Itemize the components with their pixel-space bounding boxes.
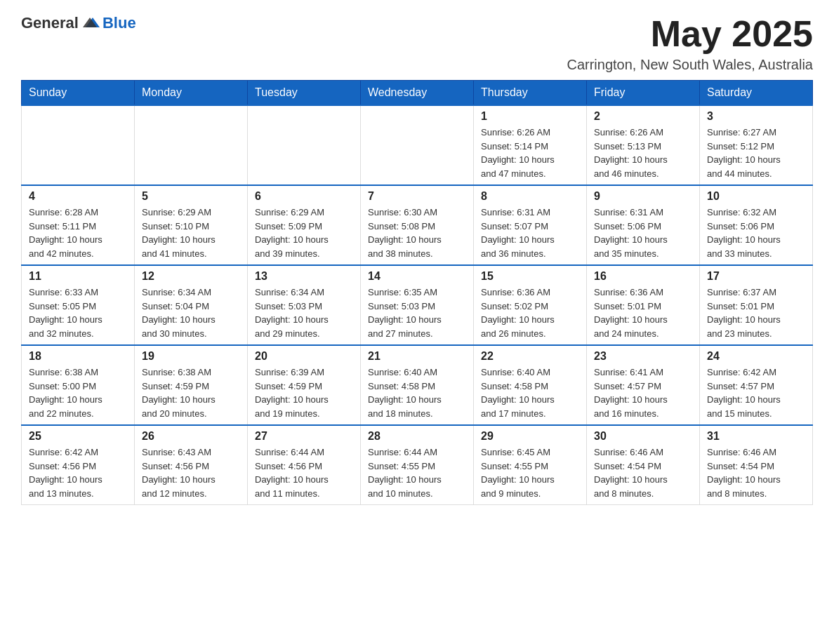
day-info: Sunrise: 6:27 AMSunset: 5:12 PMDaylight:… — [707, 126, 805, 180]
day-number: 10 — [707, 190, 805, 203]
day-cell: 5Sunrise: 6:29 AMSunset: 5:10 PMDaylight… — [135, 185, 248, 265]
day-cell: 28Sunrise: 6:44 AMSunset: 4:55 PMDayligh… — [361, 425, 474, 505]
day-number: 20 — [255, 350, 353, 363]
day-cell: 24Sunrise: 6:42 AMSunset: 4:57 PMDayligh… — [700, 345, 813, 425]
col-header-wednesday: Wednesday — [361, 81, 474, 106]
day-cell: 13Sunrise: 6:34 AMSunset: 5:03 PMDayligh… — [248, 265, 361, 345]
day-number: 4 — [29, 190, 127, 203]
day-cell: 6Sunrise: 6:29 AMSunset: 5:09 PMDaylight… — [248, 185, 361, 265]
day-info: Sunrise: 6:29 AMSunset: 5:09 PMDaylight:… — [255, 206, 353, 260]
day-cell: 16Sunrise: 6:36 AMSunset: 5:01 PMDayligh… — [587, 265, 700, 345]
day-info: Sunrise: 6:33 AMSunset: 5:05 PMDaylight:… — [29, 286, 127, 340]
day-cell: 19Sunrise: 6:38 AMSunset: 4:59 PMDayligh… — [135, 345, 248, 425]
day-info: Sunrise: 6:46 AMSunset: 4:54 PMDaylight:… — [707, 445, 805, 500]
day-number: 19 — [142, 350, 240, 363]
day-number: 27 — [255, 430, 353, 443]
day-number: 6 — [255, 190, 353, 203]
col-header-friday: Friday — [587, 81, 700, 106]
col-header-tuesday: Tuesday — [248, 81, 361, 106]
day-info: Sunrise: 6:42 AMSunset: 4:57 PMDaylight:… — [707, 365, 805, 420]
day-info: Sunrise: 6:35 AMSunset: 5:03 PMDaylight:… — [368, 286, 466, 340]
day-cell: 17Sunrise: 6:37 AMSunset: 5:01 PMDayligh… — [700, 265, 813, 345]
day-cell — [135, 105, 248, 185]
day-info: Sunrise: 6:31 AMSunset: 5:07 PMDaylight:… — [481, 206, 579, 260]
day-cell: 15Sunrise: 6:36 AMSunset: 5:02 PMDayligh… — [474, 265, 587, 345]
day-number: 1 — [481, 110, 579, 123]
week-row-2: 4Sunrise: 6:28 AMSunset: 5:11 PMDaylight… — [22, 185, 813, 265]
day-cell: 23Sunrise: 6:41 AMSunset: 4:57 PMDayligh… — [587, 345, 700, 425]
day-info: Sunrise: 6:41 AMSunset: 4:57 PMDaylight:… — [594, 365, 692, 420]
day-cell: 8Sunrise: 6:31 AMSunset: 5:07 PMDaylight… — [474, 185, 587, 265]
day-info: Sunrise: 6:46 AMSunset: 4:54 PMDaylight:… — [594, 445, 692, 500]
day-info: Sunrise: 6:40 AMSunset: 4:58 PMDaylight:… — [481, 365, 579, 420]
day-cell — [361, 105, 474, 185]
logo: General Blue — [21, 14, 136, 32]
day-info: Sunrise: 6:38 AMSunset: 5:00 PMDaylight:… — [29, 365, 127, 420]
day-info: Sunrise: 6:29 AMSunset: 5:10 PMDaylight:… — [142, 206, 240, 260]
day-number: 5 — [142, 190, 240, 203]
logo-text-general: General — [21, 14, 79, 32]
day-number: 9 — [594, 190, 692, 203]
logo-icon — [83, 15, 100, 32]
day-number: 22 — [481, 350, 579, 363]
day-number: 13 — [255, 270, 353, 283]
week-row-4: 18Sunrise: 6:38 AMSunset: 5:00 PMDayligh… — [22, 345, 813, 425]
day-number: 14 — [368, 270, 466, 283]
day-info: Sunrise: 6:32 AMSunset: 5:06 PMDaylight:… — [707, 206, 805, 260]
day-cell — [248, 105, 361, 185]
day-cell: 10Sunrise: 6:32 AMSunset: 5:06 PMDayligh… — [700, 185, 813, 265]
logo-text-blue: Blue — [102, 14, 136, 32]
day-cell: 18Sunrise: 6:38 AMSunset: 5:00 PMDayligh… — [22, 345, 135, 425]
day-info: Sunrise: 6:42 AMSunset: 4:56 PMDaylight:… — [29, 445, 127, 500]
day-number: 21 — [368, 350, 466, 363]
title-section: May 2025 Carrington, New South Wales, Au… — [567, 14, 813, 73]
day-info: Sunrise: 6:44 AMSunset: 4:55 PMDaylight:… — [368, 445, 466, 500]
calendar-table: SundayMondayTuesdayWednesdayThursdayFrid… — [21, 80, 813, 505]
day-number: 8 — [481, 190, 579, 203]
day-info: Sunrise: 6:28 AMSunset: 5:11 PMDaylight:… — [29, 206, 127, 260]
day-number: 11 — [29, 270, 127, 283]
day-info: Sunrise: 6:26 AMSunset: 5:14 PMDaylight:… — [481, 126, 579, 180]
day-cell: 29Sunrise: 6:45 AMSunset: 4:55 PMDayligh… — [474, 425, 587, 505]
day-cell: 25Sunrise: 6:42 AMSunset: 4:56 PMDayligh… — [22, 425, 135, 505]
week-row-1: 1Sunrise: 6:26 AMSunset: 5:14 PMDaylight… — [22, 105, 813, 185]
day-info: Sunrise: 6:34 AMSunset: 5:03 PMDaylight:… — [255, 286, 353, 340]
day-number: 26 — [142, 430, 240, 443]
day-number: 31 — [707, 430, 805, 443]
day-info: Sunrise: 6:26 AMSunset: 5:13 PMDaylight:… — [594, 126, 692, 180]
day-number: 3 — [707, 110, 805, 123]
day-number: 30 — [594, 430, 692, 443]
day-cell: 7Sunrise: 6:30 AMSunset: 5:08 PMDaylight… — [361, 185, 474, 265]
day-info: Sunrise: 6:40 AMSunset: 4:58 PMDaylight:… — [368, 365, 466, 420]
day-cell: 31Sunrise: 6:46 AMSunset: 4:54 PMDayligh… — [700, 425, 813, 505]
day-info: Sunrise: 6:37 AMSunset: 5:01 PMDaylight:… — [707, 286, 805, 340]
day-number: 28 — [368, 430, 466, 443]
location-text: Carrington, New South Wales, Australia — [567, 57, 813, 73]
day-cell — [22, 105, 135, 185]
day-number: 12 — [142, 270, 240, 283]
day-cell: 30Sunrise: 6:46 AMSunset: 4:54 PMDayligh… — [587, 425, 700, 505]
day-info: Sunrise: 6:36 AMSunset: 5:02 PMDaylight:… — [481, 286, 579, 340]
day-cell: 20Sunrise: 6:39 AMSunset: 4:59 PMDayligh… — [248, 345, 361, 425]
day-number: 15 — [481, 270, 579, 283]
col-header-monday: Monday — [135, 81, 248, 106]
day-cell: 26Sunrise: 6:43 AMSunset: 4:56 PMDayligh… — [135, 425, 248, 505]
day-cell: 22Sunrise: 6:40 AMSunset: 4:58 PMDayligh… — [474, 345, 587, 425]
day-info: Sunrise: 6:36 AMSunset: 5:01 PMDaylight:… — [594, 286, 692, 340]
day-cell: 21Sunrise: 6:40 AMSunset: 4:58 PMDayligh… — [361, 345, 474, 425]
day-number: 23 — [594, 350, 692, 363]
day-number: 24 — [707, 350, 805, 363]
month-title: May 2025 — [567, 14, 813, 54]
day-info: Sunrise: 6:30 AMSunset: 5:08 PMDaylight:… — [368, 206, 466, 260]
day-cell: 4Sunrise: 6:28 AMSunset: 5:11 PMDaylight… — [22, 185, 135, 265]
col-header-saturday: Saturday — [700, 81, 813, 106]
day-info: Sunrise: 6:34 AMSunset: 5:04 PMDaylight:… — [142, 286, 240, 340]
day-number: 16 — [594, 270, 692, 283]
day-info: Sunrise: 6:44 AMSunset: 4:56 PMDaylight:… — [255, 445, 353, 500]
day-number: 25 — [29, 430, 127, 443]
day-info: Sunrise: 6:39 AMSunset: 4:59 PMDaylight:… — [255, 365, 353, 420]
day-cell: 9Sunrise: 6:31 AMSunset: 5:06 PMDaylight… — [587, 185, 700, 265]
day-cell: 11Sunrise: 6:33 AMSunset: 5:05 PMDayligh… — [22, 265, 135, 345]
day-number: 17 — [707, 270, 805, 283]
day-info: Sunrise: 6:43 AMSunset: 4:56 PMDaylight:… — [142, 445, 240, 500]
